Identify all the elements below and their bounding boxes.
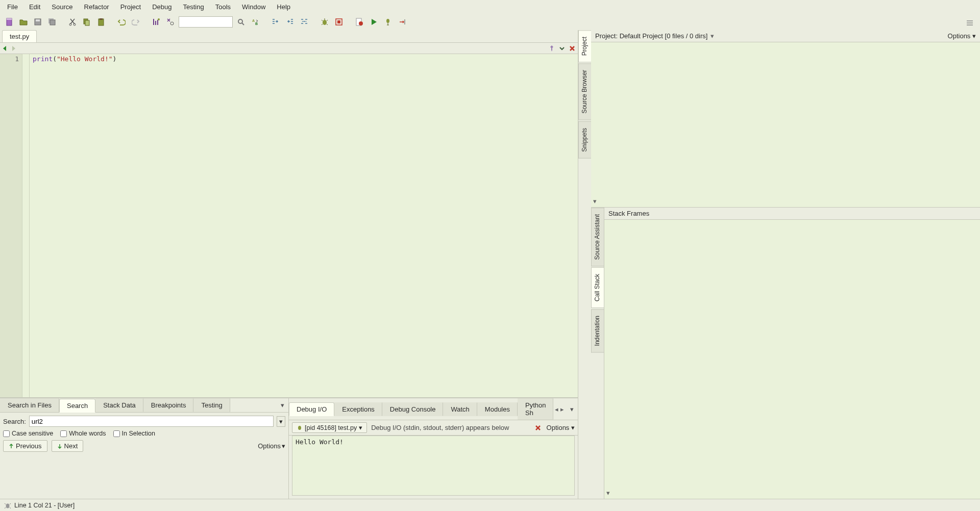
indent-icon[interactable]: [270, 16, 282, 28]
run-icon[interactable]: [368, 16, 380, 28]
svg-point-12: [158, 18, 160, 20]
close-editor-icon[interactable]: [569, 45, 576, 52]
breakpoint-icon[interactable]: [353, 16, 365, 28]
step-into-icon[interactable]: [396, 16, 408, 28]
search-input[interactable]: [29, 416, 274, 427]
search-tabs-dropdown-icon[interactable]: ▾: [277, 401, 288, 409]
fold-gutter: [22, 54, 30, 397]
project-header[interactable]: Project: Default Project [0 files / 0 di…: [595, 32, 707, 40]
vtab-snippets[interactable]: Snippets: [578, 121, 591, 159]
whole-words-checkbox[interactable]: Whole words: [60, 430, 106, 437]
code-editor[interactable]: 1 print("Hello World!"): [0, 54, 578, 398]
file-tab-testpy[interactable]: test.py: [2, 30, 37, 42]
toolbar-search-input[interactable]: [179, 16, 233, 28]
tab-search-in-files[interactable]: Search in Files: [0, 398, 59, 412]
paste-icon[interactable]: [95, 16, 107, 28]
menu-refactor[interactable]: Refactor: [79, 1, 114, 13]
process-selector[interactable]: [pid 45168] test.py ▾: [292, 422, 367, 433]
stop-debug-icon[interactable]: [333, 16, 345, 28]
right-dock: Project Source Browser Snippets Project:…: [578, 30, 980, 499]
svg-point-13: [170, 22, 174, 25]
search-label: Search:: [3, 418, 26, 425]
svg-rect-1: [7, 18, 12, 20]
debug-icon[interactable]: [318, 16, 331, 28]
tab-search[interactable]: Search: [59, 399, 95, 413]
svg-point-17: [323, 20, 327, 25]
copy-icon[interactable]: [81, 16, 93, 28]
clear-output-icon[interactable]: [534, 424, 542, 431]
cut-icon[interactable]: [66, 16, 79, 28]
svg-point-24: [6, 503, 10, 508]
tab-debug-io[interactable]: Debug I/O: [289, 402, 334, 416]
search-icon[interactable]: [235, 16, 247, 28]
vtab-source-browser[interactable]: Source Browser: [578, 63, 591, 120]
debug-options-menu[interactable]: Options ▾: [547, 424, 575, 431]
tab-exceptions[interactable]: Exceptions: [334, 402, 382, 416]
new-file-icon[interactable]: [3, 16, 15, 28]
nav-back-icon[interactable]: [2, 45, 8, 52]
project-options-menu[interactable]: Options ▾: [948, 32, 976, 40]
undo-icon[interactable]: [115, 16, 128, 28]
search-options-menu[interactable]: Options ▾: [258, 442, 285, 450]
outdent-icon[interactable]: [284, 16, 296, 28]
svg-point-23: [298, 426, 301, 430]
file-tab-bar: test.py: [0, 30, 578, 43]
menu-tools[interactable]: Tools: [210, 1, 236, 13]
save-all-icon[interactable]: [46, 16, 58, 28]
tabs-scroll-left-icon[interactable]: ◂: [554, 405, 559, 413]
reformat-icon[interactable]: [298, 16, 310, 28]
case-sensitive-checkbox[interactable]: Case sensitive: [3, 430, 53, 437]
svg-text:B: B: [255, 22, 258, 25]
project-panel-dropdown-icon[interactable]: ▾: [593, 197, 597, 205]
menu-help[interactable]: Help: [272, 1, 296, 13]
tab-stack-data[interactable]: Stack Data: [95, 398, 143, 412]
open-file-icon[interactable]: [17, 16, 30, 28]
menu-window[interactable]: Window: [237, 1, 271, 13]
menu-project[interactable]: Project: [115, 1, 146, 13]
previous-button[interactable]: Previous: [3, 440, 47, 452]
redo-icon[interactable]: [130, 16, 142, 28]
hamburger-icon[interactable]: [964, 17, 976, 29]
step-icon[interactable]: [382, 16, 394, 28]
nav-forward-icon: [10, 45, 16, 52]
goto-icon[interactable]: [150, 16, 162, 28]
search-dropdown-icon[interactable]: ▾: [277, 416, 285, 427]
menu-source[interactable]: Source: [46, 1, 78, 13]
save-icon[interactable]: [32, 16, 44, 28]
stack-panel-dropdown-icon[interactable]: ▾: [606, 489, 610, 497]
tab-python-shell[interactable]: Python Sh: [518, 398, 553, 420]
vtab-call-stack[interactable]: Call Stack: [591, 267, 604, 308]
menu-debug[interactable]: Debug: [147, 1, 177, 13]
debug-output[interactable]: Hello World!: [292, 436, 575, 496]
in-selection-checkbox[interactable]: In Selection: [113, 430, 155, 437]
tab-testing[interactable]: Testing: [193, 398, 230, 412]
editor-navbar: [0, 43, 578, 54]
tabs-scroll-right-icon[interactable]: ▸: [559, 405, 565, 413]
code-content[interactable]: print("Hello World!"): [30, 54, 578, 397]
replace-icon[interactable]: AB: [249, 16, 261, 28]
svg-rect-19: [337, 20, 340, 23]
collapse-icon[interactable]: [558, 45, 566, 52]
vtab-indentation[interactable]: Indentation: [591, 309, 604, 352]
stack-frames-list[interactable]: ▾: [604, 220, 980, 499]
tab-debug-console[interactable]: Debug Console: [382, 402, 444, 416]
svg-rect-5: [50, 20, 55, 25]
next-button[interactable]: Next: [52, 440, 84, 452]
tab-breakpoints[interactable]: Breakpoints: [143, 398, 194, 412]
menu-testing[interactable]: Testing: [178, 1, 209, 13]
find-symbol-icon[interactable]: [164, 16, 177, 28]
pin-icon[interactable]: [548, 45, 555, 52]
project-tree[interactable]: ▾: [591, 42, 980, 207]
toolbar: AB: [0, 14, 980, 30]
debug-panel: Debug I/O Exceptions Debug Console Watch…: [289, 398, 578, 499]
status-bug-icon: [4, 502, 11, 509]
vtab-source-assistant[interactable]: Source Assistant: [591, 208, 604, 266]
menu-file[interactable]: File: [2, 1, 23, 13]
debug-hint: Debug I/O (stdin, stdout, stderr) appear…: [371, 424, 509, 431]
debug-tabs-dropdown-icon[interactable]: ▾: [566, 405, 578, 413]
tab-modules[interactable]: Modules: [477, 402, 518, 416]
vtab-project[interactable]: Project: [578, 30, 591, 62]
menu-edit[interactable]: Edit: [24, 1, 45, 13]
tab-watch[interactable]: Watch: [443, 402, 477, 416]
menu-bar: File Edit Source Refactor Project Debug …: [0, 0, 980, 14]
